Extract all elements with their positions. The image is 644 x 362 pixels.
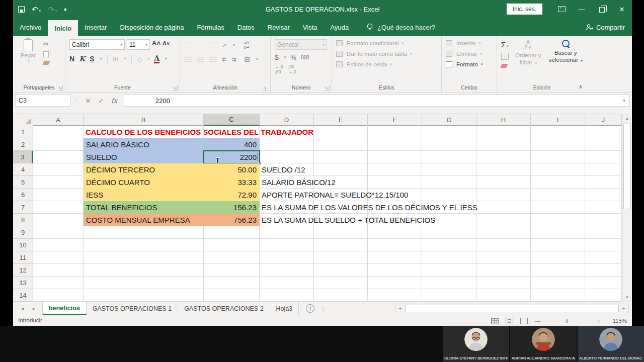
ribbon-tab-datos[interactable]: Datos [231, 18, 261, 36]
cell-C6-value[interactable]: 72.90 [237, 189, 257, 201]
vertical-scroll-thumb[interactable] [623, 124, 631, 209]
format-painter-icon[interactable] [42, 61, 50, 65]
vertical-scrollbar[interactable]: ▲ ▼ [622, 114, 632, 302]
scroll-left-icon[interactable]: ◄ [395, 304, 405, 313]
clear-icon[interactable] [500, 64, 508, 68]
column-header-E[interactable]: E [314, 114, 368, 126]
insert-cells-button[interactable]: Insertar▾ [446, 40, 494, 46]
row-header-14[interactable]: 14 [13, 289, 33, 302]
grow-font-icon[interactable]: A˄ [152, 39, 160, 50]
prev-sheet-icon[interactable]: ◄ [20, 306, 25, 311]
cell-D8-note[interactable]: ES LA SUMA DEL SUELDO + TOTAL BENEFICIOS [262, 214, 435, 226]
row-header-6[interactable]: 6 [13, 189, 33, 201]
shrink-font-icon[interactable]: A˅ [163, 40, 170, 50]
scroll-down-icon[interactable]: ▼ [622, 293, 632, 302]
expand-formula-bar-icon[interactable]: ▾ [619, 95, 630, 107]
ribbon-tab-inicio[interactable]: Inicio [48, 20, 78, 36]
decrease-decimal-icon[interactable]: ,00→,0 [288, 64, 297, 74]
wrap-text-icon[interactable]: abc↵ [244, 41, 250, 50]
align-left-icon[interactable] [184, 57, 192, 62]
row-header-13[interactable]: 13 [13, 277, 33, 289]
row-header-2[interactable]: 2 [13, 138, 33, 151]
copy-icon[interactable] [43, 51, 49, 57]
decrease-indent-icon[interactable]: ⇇ [222, 56, 226, 63]
ribbon-tab-disposición-de-página[interactable]: Disposición de página [113, 18, 190, 36]
scroll-right-icon[interactable]: ► [619, 304, 628, 313]
minimize-button[interactable]: — [572, 0, 592, 18]
cell-B5-label[interactable]: DÉCIMO CUARTO [86, 176, 150, 189]
column-header-D[interactable]: D [260, 114, 314, 126]
ribbon-tab-archivo[interactable]: Archivo [13, 18, 48, 36]
italic-icon[interactable]: K [79, 55, 85, 63]
cell-D4-note[interactable]: SUELDO /12 [262, 163, 305, 176]
row-header-5[interactable]: 5 [13, 176, 33, 189]
number-format-combo[interactable]: General▾ [275, 39, 327, 50]
sheet-tab-hoja3[interactable]: Hoja3 [270, 302, 299, 315]
sheet-tab-gastos-operaciones-2[interactable]: GASTOS OPERACIONES 2 [178, 302, 270, 315]
increase-indent-icon[interactable]: ⇉ [231, 56, 236, 63]
cell-B2-label[interactable]: SALARIO BÁSICO [86, 138, 149, 151]
row-header-9[interactable]: 9 [13, 226, 33, 239]
font-name-combo[interactable]: Calibri▾ [69, 39, 125, 50]
cell-B3-label[interactable]: SUELDO [86, 151, 117, 163]
tell-me-box[interactable]: ¿Qué desea hacer? [366, 18, 435, 36]
zoom-out-icon[interactable]: — [535, 318, 541, 324]
underline-icon[interactable]: S [90, 55, 94, 63]
increase-decimal-icon[interactable]: ←,0,00 [275, 64, 283, 74]
row-header-10[interactable]: 10 [13, 239, 33, 251]
conditional-formatting-button[interactable]: Formato condicional▾ [336, 40, 438, 46]
restore-button[interactable] [592, 0, 612, 18]
formula-input[interactable]: 2200 [124, 95, 619, 107]
close-button[interactable]: ✕ [612, 0, 632, 18]
orientation-icon[interactable]: ↗ [222, 42, 227, 49]
ribbon-tab-revisar[interactable]: Revisar [261, 18, 296, 36]
column-header-I[interactable]: I [531, 114, 585, 126]
fill-color-icon[interactable]: ◇ [137, 55, 142, 63]
cancel-entry-icon[interactable]: ✕ [82, 97, 95, 105]
font-size-combo[interactable]: 11▾ [127, 39, 150, 50]
alignment-dialog-launcher[interactable]: ↘ [263, 85, 268, 90]
bold-icon[interactable]: N [69, 55, 74, 63]
sheet-tab-gastos-operaciones-1[interactable]: GASTOS OPERACIONES 1 [87, 302, 178, 315]
merge-center-icon[interactable]: ⊟ [244, 55, 250, 63]
row-header-11[interactable]: 11 [13, 251, 33, 264]
participant-tile[interactable]: ALBERTO FERNANDO DEL MONAC... [578, 326, 644, 362]
new-sheet-icon[interactable]: + [306, 304, 314, 313]
zoom-slider[interactable]: — + [535, 317, 601, 325]
fill-icon[interactable]: ↓ [501, 53, 509, 60]
row-header-7[interactable]: 7 [13, 201, 33, 214]
find-select-button[interactable]: Buscar yseleccionar ▾ [548, 39, 584, 68]
clipboard-dialog-launcher[interactable]: ↘ [58, 85, 63, 90]
cell-D5-note[interactable]: SALARIO BÁSICO/12 [262, 176, 336, 189]
ribbon-tab-vista[interactable]: Vista [296, 18, 324, 36]
undo-icon[interactable]: ↶▾ [32, 6, 41, 13]
align-middle-icon[interactable] [197, 43, 204, 48]
zoom-track[interactable] [544, 321, 593, 321]
share-button[interactable]: Compartir [586, 18, 625, 36]
row-header-12[interactable]: 12 [13, 264, 33, 277]
row-header-1[interactable]: 1 [13, 126, 33, 138]
next-sheet-icon[interactable]: ► [32, 306, 36, 311]
column-header-F[interactable]: F [368, 114, 422, 126]
font-color-icon[interactable]: A [154, 55, 159, 63]
paste-button[interactable]: Pegar ▾ [17, 39, 39, 65]
cell-D6-note[interactable]: APORTE PATRONAL= SUELDO*12.15/100 [262, 189, 408, 201]
column-header-A[interactable]: A [33, 114, 84, 126]
row-header-8[interactable]: 8 [13, 214, 33, 226]
ribbon-tab-ayuda[interactable]: Ayuda [324, 18, 356, 36]
comma-format-icon[interactable]: 000 [301, 55, 309, 60]
align-bottom-icon[interactable] [209, 43, 217, 48]
confirm-entry-icon[interactable]: ✓ [95, 97, 108, 105]
participant-tile[interactable]: GLORIA STEFANY BERMUDEZ INTRI... [443, 326, 509, 362]
cell-B8-label[interactable]: COSTO MENSUAL EMPRESA [86, 214, 190, 226]
zoom-in-icon[interactable]: + [597, 317, 601, 325]
page-layout-view-icon[interactable] [506, 318, 513, 324]
zoom-thumb[interactable] [567, 319, 568, 323]
column-header-B[interactable]: B [84, 114, 204, 126]
column-header-G[interactable]: G [422, 114, 476, 126]
sheet-title-cell[interactable]: CALCULO DE LOS BENEFICIOS SOCIALES DEL T… [86, 126, 313, 138]
cell-D7-note[interactable]: ES LA SUMA DE LOS VALORES DE LOS DÉCIMOS… [262, 201, 477, 214]
font-dialog-launcher[interactable]: ↘ [173, 85, 178, 90]
cell-C5-value[interactable]: 33.33 [237, 176, 257, 189]
cell-C4-value[interactable]: 50.00 [237, 163, 257, 176]
